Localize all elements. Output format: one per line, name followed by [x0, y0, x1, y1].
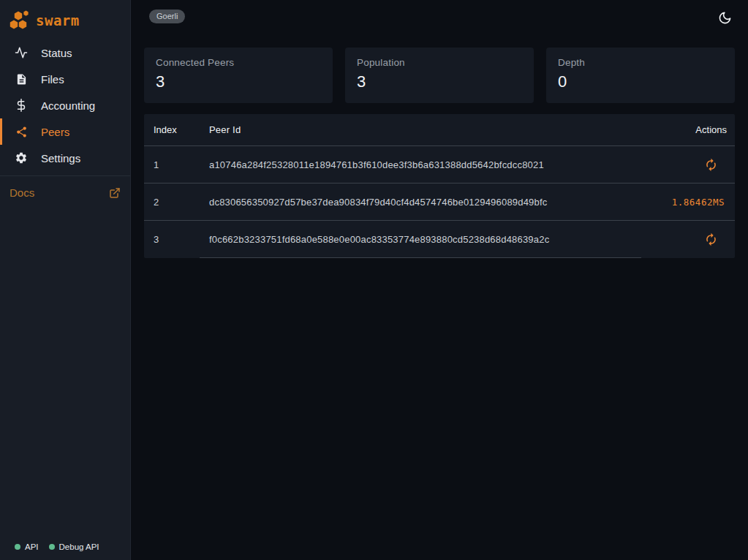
- stat-card-connected-peers: Connected Peers 3: [144, 48, 333, 103]
- peer-index: 1: [144, 146, 200, 183]
- ping-peer-button[interactable]: [703, 156, 719, 173]
- column-header-index: Index: [144, 114, 200, 145]
- swarm-logo[interactable]: swarm: [0, 0, 130, 31]
- debug-api-status-dot-icon: [49, 544, 55, 550]
- table-header-row: Index Peer Id Actions: [144, 114, 735, 146]
- external-link-icon: [109, 187, 121, 199]
- refresh-icon: [704, 158, 718, 172]
- sidebar-item-label: Settings: [41, 152, 80, 164]
- stat-value: 0: [558, 72, 723, 91]
- stat-card-population: Population 3: [345, 48, 534, 103]
- theme-toggle-button[interactable]: [715, 8, 735, 28]
- api-status-label: API: [25, 542, 39, 551]
- stat-label: Depth: [558, 57, 723, 68]
- sidebar-item-accounting[interactable]: Accounting: [0, 92, 130, 118]
- dollar-icon: [15, 99, 28, 112]
- stat-card-depth: Depth 0: [546, 48, 735, 103]
- sidebar: swarm Status Files Accounting: [0, 0, 131, 560]
- peers-table: Index Peer Id Actions 1 a10746a284f25328…: [144, 114, 735, 258]
- docs-label: Docs: [10, 186, 34, 199]
- network-badge: Goerli: [149, 10, 185, 23]
- peer-index: 2: [144, 183, 200, 220]
- activity-icon: [15, 46, 28, 59]
- refresh-icon: [704, 232, 718, 246]
- debug-api-status-indicator: Debug API: [49, 542, 99, 551]
- sidebar-item-settings[interactable]: Settings: [0, 145, 130, 171]
- stat-value: 3: [156, 72, 321, 91]
- main-content: Goerli Connected Peers 3 Population 3 De…: [131, 0, 748, 560]
- api-status-indicator: API: [15, 542, 39, 551]
- stats-cards: Connected Peers 3 Population 3 Depth 0: [144, 48, 735, 103]
- peer-id: f0c662b3233751fd68a0e588e0e00ac83353774e…: [200, 221, 641, 258]
- sidebar-item-label: Files: [41, 73, 64, 86]
- sidebar-item-peers[interactable]: Peers: [0, 118, 130, 145]
- sidebar-item-status[interactable]: Status: [0, 39, 130, 66]
- top-bar: Goerli: [144, 0, 735, 48]
- share-icon: [15, 125, 28, 138]
- ping-peer-button[interactable]: [703, 231, 719, 248]
- moon-icon: [718, 11, 732, 25]
- sidebar-item-label: Accounting: [41, 99, 95, 112]
- gear-icon: [15, 151, 28, 164]
- peer-id: a10746a284f25328011e1894761b3f610dee3f3b…: [200, 146, 641, 183]
- swarm-dashboard: swarm Status Files Accounting: [0, 0, 748, 560]
- api-status-dot-icon: [15, 544, 20, 550]
- table-row: 1 a10746a284f25328011e1894761b3f610dee3f…: [144, 146, 735, 183]
- column-header-actions: Actions: [641, 114, 735, 145]
- peer-index: 3: [144, 221, 200, 258]
- table-row: 3 f0c662b3233751fd68a0e588e0e00ac8335377…: [144, 221, 735, 258]
- sidebar-nav: Status Files Accounting Peers: [0, 39, 130, 171]
- app-title: swarm: [36, 12, 80, 29]
- sidebar-item-label: Peers: [41, 126, 69, 138]
- stat-value: 3: [357, 72, 522, 91]
- column-header-peer-id: Peer Id: [200, 114, 641, 145]
- api-status-bar: API Debug API: [0, 542, 130, 560]
- file-icon: [15, 72, 28, 86]
- sidebar-item-files[interactable]: Files: [0, 66, 130, 92]
- table-row: 2 dc830656350927d57be37dea90834f79d40cf4…: [144, 183, 735, 221]
- sidebar-item-docs[interactable]: Docs: [0, 175, 130, 209]
- swarm-hexagons-icon: [9, 10, 31, 31]
- peer-id: dc830656350927d57be37dea90834f79d40cf4d4…: [200, 183, 641, 220]
- peer-latency-value: 1.86462MS: [672, 197, 725, 208]
- sidebar-item-label: Status: [41, 47, 72, 59]
- stat-label: Connected Peers: [156, 57, 321, 68]
- debug-api-status-label: Debug API: [59, 542, 99, 551]
- stat-label: Population: [357, 57, 522, 68]
